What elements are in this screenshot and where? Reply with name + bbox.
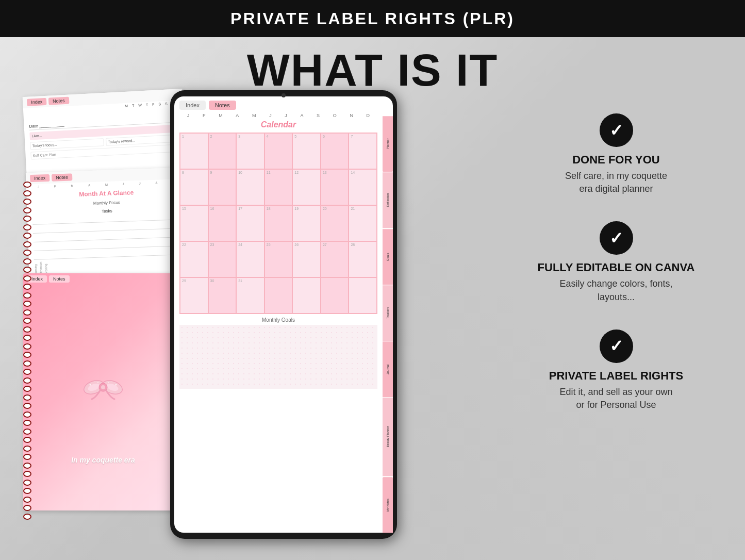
spiral-coil bbox=[23, 267, 31, 273]
spiral-coil bbox=[23, 352, 31, 358]
spiral-coil bbox=[23, 224, 31, 230]
cal-cell: 22 bbox=[180, 241, 208, 277]
cal-cell bbox=[349, 277, 377, 314]
cal-cell: 12 bbox=[292, 169, 321, 205]
cal-cell: 18 bbox=[264, 205, 293, 241]
tasks-section: Tasks ♥ ♥ ♥ Morning Afternoon Evening bbox=[27, 204, 189, 278]
spiral-coil bbox=[23, 437, 31, 443]
check-circle-1: ✓ bbox=[600, 113, 633, 147]
cal-cell: 5 bbox=[292, 133, 321, 169]
spiral-coil bbox=[23, 182, 31, 188]
screen-tab-index[interactable]: Index bbox=[179, 101, 206, 110]
cal-row: 22 23 24 25 26 27 28 bbox=[180, 241, 377, 277]
screen-main-content: Index Notes J F M A M J J A S O N D bbox=[174, 96, 393, 533]
spiral-coil bbox=[23, 233, 31, 239]
spiral-coil bbox=[23, 292, 31, 299]
cal-cell: 4 bbox=[264, 133, 293, 169]
spiral-coil bbox=[23, 394, 31, 401]
check-circle-3: ✓ bbox=[600, 330, 633, 363]
spiral-coil bbox=[23, 335, 31, 341]
spiral-coil bbox=[23, 471, 31, 477]
calendar-grid: 1 2 3 4 5 6 7 8 9 10 11 12 13 bbox=[179, 133, 377, 314]
svg-point-7 bbox=[115, 384, 117, 386]
sidebar-tab-reflection[interactable]: Reflection bbox=[383, 172, 393, 228]
feature-desc-3: Edit it, and sell as your ownor for Pers… bbox=[559, 386, 672, 411]
features-section: ✓ DONE FOR YOU Self care, in my coquette… bbox=[518, 113, 714, 411]
spiral-coil bbox=[23, 369, 31, 375]
tab-notes-p2: Notes bbox=[52, 173, 72, 181]
svg-point-9 bbox=[108, 382, 109, 383]
sidebar-tab-beauty[interactable]: Beauty Planner bbox=[383, 398, 393, 476]
cal-cell: 17 bbox=[236, 205, 264, 241]
cal-cell: 26 bbox=[292, 241, 321, 277]
cal-cell: 21 bbox=[349, 205, 377, 241]
spiral-coil bbox=[23, 429, 31, 435]
spiral-coil bbox=[23, 309, 31, 316]
cal-cell: 3 bbox=[236, 133, 264, 169]
spiral-coil bbox=[23, 343, 31, 350]
cal-cell: 10 bbox=[236, 169, 264, 205]
cal-row: 29 30 31 bbox=[180, 277, 377, 314]
cal-cell bbox=[292, 277, 321, 314]
dot-pattern bbox=[179, 325, 377, 387]
cal-row: 15 16 17 18 19 20 21 bbox=[180, 205, 377, 241]
spiral-coil bbox=[23, 301, 31, 307]
sidebar-tab-planner[interactable]: Planner bbox=[383, 116, 393, 172]
spiral-coil bbox=[23, 207, 31, 213]
tablet-camera bbox=[282, 93, 286, 97]
sidebar-tab-notes[interactable]: My Notes bbox=[383, 477, 393, 533]
reward-box: Today's reward... bbox=[106, 134, 180, 145]
cal-cell: 28 bbox=[349, 241, 377, 277]
svg-point-8 bbox=[97, 382, 98, 383]
sidebar-tab-journal[interactable]: Journal bbox=[383, 341, 393, 397]
notebook-cover: Index Notes bbox=[23, 273, 183, 510]
screen-tabs-row: Index Notes bbox=[179, 101, 377, 110]
feature-plr: ✓ PRIVATE LABEL RIGHTS Edit it, and sell… bbox=[518, 330, 714, 411]
spiral-coil bbox=[23, 275, 31, 282]
spiral-binding bbox=[23, 180, 34, 521]
cal-cell: 9 bbox=[208, 169, 237, 205]
tab-index-p1: Index bbox=[27, 98, 47, 106]
check-circle-2: ✓ bbox=[600, 221, 633, 255]
spiral-coil bbox=[23, 258, 31, 265]
cover-text: In my coquette era bbox=[23, 456, 183, 464]
cal-cell: 30 bbox=[208, 277, 237, 314]
checkmark-icon-1: ✓ bbox=[609, 121, 623, 140]
spiral-coil bbox=[23, 446, 31, 452]
cal-cell: 27 bbox=[321, 241, 349, 277]
spiral-coil bbox=[23, 488, 31, 494]
spiral-coil bbox=[23, 284, 31, 290]
cover-tab-notes: Notes bbox=[49, 275, 70, 283]
cal-cell: 1 bbox=[180, 133, 208, 169]
spiral-coil bbox=[23, 514, 31, 520]
spiral-coil bbox=[23, 377, 31, 384]
bow-icon bbox=[82, 373, 124, 402]
tablet-sidebar-tabs: Planner Reflection Goals Trackers Journa… bbox=[383, 116, 393, 533]
cal-cell: 15 bbox=[180, 205, 208, 241]
tablet: Index Notes J F M A M J J A S O N D bbox=[170, 90, 397, 539]
cal-cell: 23 bbox=[208, 241, 237, 277]
checkmark-icon-3: ✓ bbox=[609, 336, 623, 356]
top-bar: PRIVATE LABEL RIGHTS (PLR) bbox=[0, 0, 745, 37]
spiral-coil bbox=[23, 199, 31, 205]
svg-rect-11 bbox=[179, 325, 377, 387]
sidebar-tab-trackers[interactable]: Trackers bbox=[383, 285, 393, 341]
feature-editable: ✓ Fully Editable on Canva Easily change … bbox=[518, 221, 714, 303]
spiral-coil bbox=[23, 463, 31, 469]
spiral-coil bbox=[23, 250, 31, 256]
cal-cell: 31 bbox=[236, 277, 264, 314]
spiral-coil bbox=[23, 360, 31, 367]
feature-desc-1: Self care, in my coquetteera digital pla… bbox=[565, 170, 667, 195]
feature-title-2: Fully Editable on Canva bbox=[538, 261, 695, 274]
spiral-coil bbox=[23, 326, 31, 333]
cal-cell bbox=[264, 277, 293, 314]
cal-row: 8 9 10 11 12 13 14 bbox=[180, 169, 377, 205]
sidebar-tab-goals[interactable]: Goals bbox=[383, 229, 393, 285]
cal-cell: 7 bbox=[349, 133, 377, 169]
screen-tab-notes[interactable]: Notes bbox=[209, 101, 236, 110]
top-bar-title: PRIVATE LABEL RIGHTS (PLR) bbox=[230, 9, 515, 28]
calendar-title: Calendar bbox=[179, 120, 377, 129]
spiral-coil bbox=[23, 403, 31, 409]
cal-cell: 6 bbox=[321, 133, 349, 169]
tab-notes-p1: Notes bbox=[48, 97, 69, 105]
